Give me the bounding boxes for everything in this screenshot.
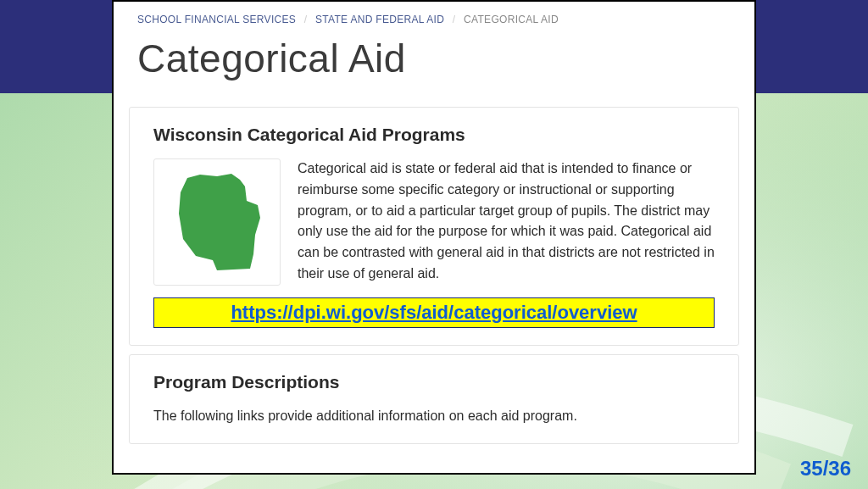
page-title: Categorical Aid bbox=[114, 29, 754, 100]
breadcrumb-separator: / bbox=[304, 14, 308, 25]
wisconsin-icon bbox=[170, 171, 264, 273]
highlighted-link-box: https://dpi.wi.gov/sfs/aid/categorical/o… bbox=[153, 297, 715, 328]
breadcrumb-level1[interactable]: SCHOOL FINANCIAL SERVICES bbox=[137, 14, 296, 25]
content-card: SCHOOL FINANCIAL SERVICES / STATE AND FE… bbox=[112, 0, 756, 475]
wisconsin-state-graphic bbox=[153, 158, 281, 286]
breadcrumb-separator: / bbox=[453, 14, 456, 25]
overview-link[interactable]: https://dpi.wi.gov/sfs/aid/categorical/o… bbox=[231, 302, 637, 323]
programs-heading: Wisconsin Categorical Aid Programs bbox=[153, 125, 715, 145]
descriptions-panel: Program Descriptions The following links… bbox=[129, 354, 739, 444]
page-number: 35/36 bbox=[800, 457, 851, 481]
programs-body: Categorical aid is state or federal aid … bbox=[298, 158, 715, 285]
programs-panel: Wisconsin Categorical Aid Programs Categ… bbox=[129, 107, 739, 346]
breadcrumb-level2[interactable]: STATE AND FEDERAL AID bbox=[315, 14, 444, 25]
breadcrumb: SCHOOL FINANCIAL SERVICES / STATE AND FE… bbox=[114, 2, 754, 29]
descriptions-body: The following links provide additional i… bbox=[153, 406, 715, 426]
breadcrumb-level3: CATEGORICAL AID bbox=[464, 14, 559, 25]
descriptions-heading: Program Descriptions bbox=[153, 372, 715, 392]
